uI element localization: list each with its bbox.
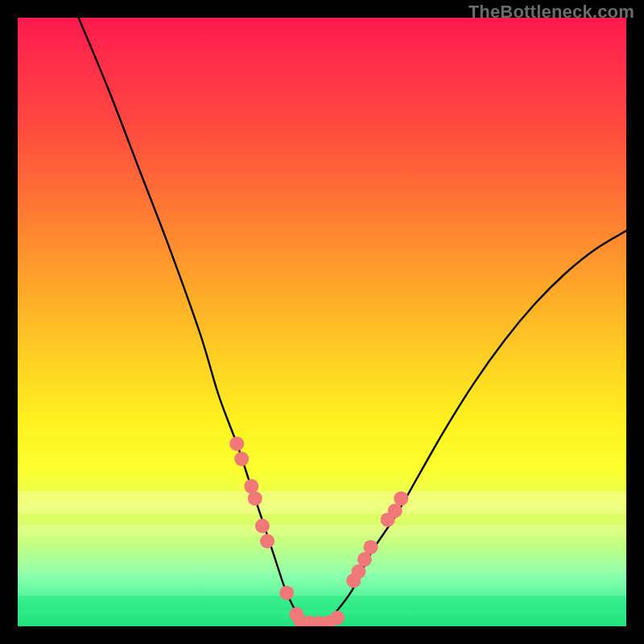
- attribution-label: TheBottleneck.com: [469, 2, 634, 23]
- data-marker: [255, 518, 270, 533]
- data-marker: [260, 534, 275, 548]
- chart-frame: TheBottleneck.com: [0, 0, 644, 644]
- data-marker: [330, 610, 345, 625]
- data-marker: [248, 491, 262, 506]
- plot-area: [18, 18, 626, 626]
- data-marker: [279, 585, 294, 600]
- data-marker: [394, 491, 408, 506]
- data-markers: [229, 436, 408, 626]
- data-marker: [234, 452, 249, 466]
- bottleneck-curve: [79, 18, 626, 626]
- data-marker: [229, 436, 244, 451]
- data-marker: [364, 540, 378, 555]
- curve-layer: [18, 18, 626, 626]
